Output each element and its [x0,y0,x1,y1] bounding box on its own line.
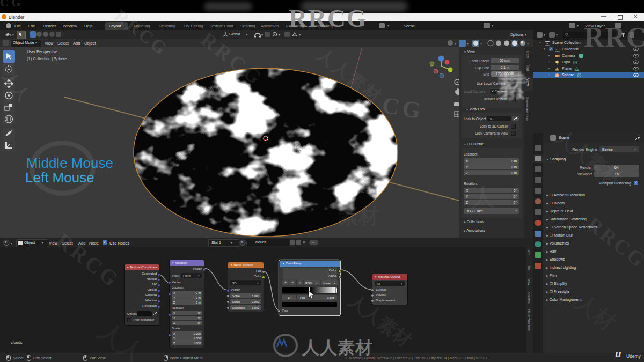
svg-text:▾: ▾ [11,242,12,245]
svg-text:▾: ▾ [261,33,263,36]
svg-text:▾: ▾ [12,33,14,36]
svg-text:+: + [456,80,458,84]
svg-text:▾: ▾ [455,42,456,45]
svg-text:▾: ▾ [467,42,469,45]
svg-text:▾: ▾ [279,33,280,36]
svg-text:▾: ▾ [527,42,529,45]
svg-text:▾: ▾ [299,33,301,36]
svg-text:▾: ▾ [480,42,482,45]
